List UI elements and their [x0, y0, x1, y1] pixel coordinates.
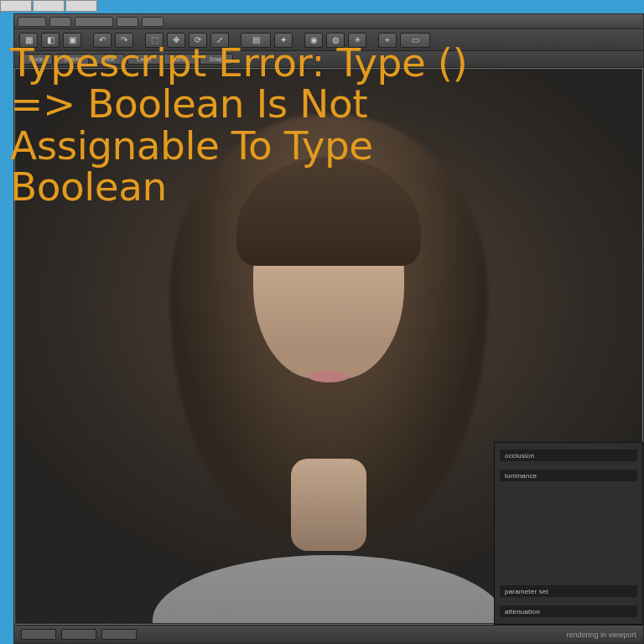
panel-row[interactable]: occlusion	[500, 449, 637, 461]
panel-row[interactable]: luminance	[500, 470, 637, 481]
status-segment[interactable]	[101, 629, 137, 640]
properties-panel: occlusion luminance parameter set attenu…	[494, 442, 643, 625]
panel-row[interactable]: attenuation	[500, 605, 637, 617]
menu-item[interactable]	[117, 17, 138, 27]
menu-bar	[14, 14, 643, 29]
panel-row[interactable]: parameter set	[500, 585, 637, 597]
status-segment[interactable]	[21, 629, 56, 640]
os-tab[interactable]	[33, 0, 65, 12]
os-tab[interactable]	[65, 0, 97, 12]
status-hint: rendering in viewport	[566, 631, 636, 639]
menu-item[interactable]	[18, 17, 46, 27]
os-window-tabs	[0, 0, 97, 13]
os-tab[interactable]	[0, 0, 32, 12]
overlay-title-text: Typescript Error: Type () => Boolean Is …	[10, 42, 480, 207]
menu-item[interactable]	[142, 17, 164, 27]
status-bar: rendering in viewport	[14, 625, 643, 643]
menu-item[interactable]	[49, 17, 71, 27]
menu-item[interactable]	[75, 17, 113, 27]
status-segment[interactable]	[61, 629, 96, 640]
